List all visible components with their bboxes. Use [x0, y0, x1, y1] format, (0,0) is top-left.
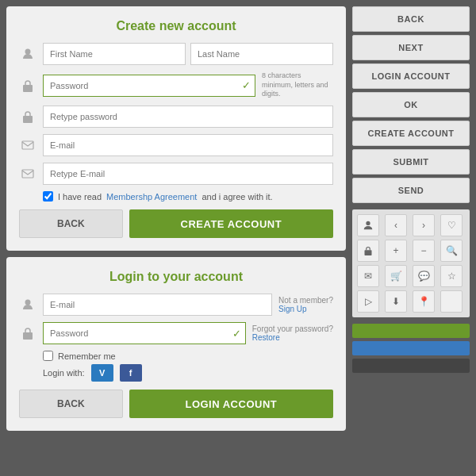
icon-chevron-right[interactable]: ›	[413, 214, 435, 236]
forgot-section: Forgot your password? Restore	[252, 324, 333, 342]
agreement-suffix: and i agree with it.	[202, 192, 272, 202]
password-input[interactable]	[43, 75, 255, 97]
icon-email[interactable]: ✉	[357, 265, 379, 287]
sidebar-login-button[interactable]: LOGIN ACCOUNT	[352, 63, 470, 89]
login-buttons: BACK LOGIN ACCOUNT	[19, 390, 333, 418]
sidebar-create-button[interactable]: CREATE ACCOUNT	[352, 121, 470, 146]
create-back-button[interactable]: BACK	[19, 209, 123, 238]
agreement-link[interactable]: Membershp Agreement	[106, 192, 197, 202]
left-panel: Create new account	[6, 6, 346, 470]
create-account-buttons: BACK CREATE ACCOUNT	[19, 209, 333, 238]
password-hint: 8 characters minimum, letters and digits…	[262, 71, 333, 99]
dark-bar	[352, 359, 470, 373]
color-bars	[352, 324, 470, 373]
login-email-row: Not a member? Sign Up	[19, 294, 333, 316]
svg-rect-1	[23, 85, 33, 92]
icon-star[interactable]: ☆	[440, 265, 463, 287]
login-email-input[interactable]	[43, 294, 272, 316]
remember-checkbox[interactable]	[43, 351, 53, 361]
agreement-prefix: I have read	[58, 192, 102, 202]
login-with-row: Login with: V f	[43, 364, 333, 382]
retype-password-row	[19, 106, 333, 128]
icon-grid: ‹ › ♡ + − 🔍 ✉ 🛒 💬 ☆ ▷ ⬇ 📍	[352, 209, 470, 317]
svg-point-7	[366, 221, 370, 225]
login-valid-icon: ✓	[232, 328, 241, 340]
icon-pin[interactable]: 📍	[413, 290, 435, 313]
icon-download[interactable]: ⬇	[385, 290, 407, 313]
login-password-row: ✓ Forgot your password? Restore	[19, 322, 333, 344]
icon-user[interactable]	[357, 214, 379, 236]
svg-rect-2	[23, 116, 33, 123]
icon-empty	[440, 290, 463, 313]
login-submit-button[interactable]: LOGIN ACCOUNT	[129, 390, 333, 418]
lock-icon	[19, 77, 36, 94]
sidebar-send-button[interactable]: SEND	[352, 178, 470, 203]
create-account-card: Create new account	[6, 6, 346, 251]
password-input-group: ✓	[43, 75, 255, 97]
login-password-group: ✓	[43, 322, 246, 344]
green-bar	[352, 324, 470, 338]
remember-row: Remember me	[43, 351, 333, 361]
name-inputs	[43, 43, 333, 65]
password-row: ✓ 8 characters minimum, letters and digi…	[19, 71, 333, 99]
create-account-title: Create new account	[19, 19, 333, 33]
blue-bar	[352, 341, 470, 355]
icon-chevron-left[interactable]: ‹	[385, 214, 407, 236]
login-account-card: Login to your account Not a member? Sign…	[6, 257, 346, 431]
email-input[interactable]	[43, 134, 333, 156]
login-title: Login to your account	[19, 270, 333, 284]
not-member-text: Not a member? Sign Up	[278, 296, 333, 313]
login-user-icon	[19, 296, 36, 313]
icon-lock[interactable]	[357, 240, 379, 262]
icon-heart[interactable]: ♡	[440, 214, 463, 236]
social-v-button[interactable]: V	[91, 364, 113, 382]
name-row	[19, 43, 333, 65]
svg-point-0	[25, 49, 31, 55]
icon-chat[interactable]: 💬	[413, 265, 435, 287]
icon-plus[interactable]: +	[385, 240, 407, 262]
lock2-icon	[19, 108, 36, 125]
email2-icon	[19, 165, 36, 182]
email-icon	[19, 136, 36, 154]
last-name-input[interactable]	[190, 43, 333, 65]
social-f-button[interactable]: f	[120, 364, 142, 382]
retype-password-input[interactable]	[43, 106, 333, 128]
agreement-checkbox[interactable]	[43, 191, 53, 202]
user-icon	[19, 45, 36, 63]
svg-rect-8	[365, 250, 372, 255]
sidebar-submit-button[interactable]: SUBMIT	[352, 149, 470, 175]
agreement-row: I have read Membershp Agreement and i ag…	[43, 191, 333, 202]
sign-up-link[interactable]: Sign Up	[278, 305, 307, 313]
sidebar-back-button[interactable]: BACK	[352, 6, 470, 32]
sidebar-ok-button[interactable]: OK	[352, 92, 470, 117]
svg-rect-3	[22, 141, 33, 149]
svg-rect-6	[23, 332, 33, 340]
icon-search[interactable]: 🔍	[440, 240, 463, 262]
icon-cart[interactable]: 🛒	[385, 265, 407, 287]
remember-label: Remember me	[58, 351, 116, 361]
svg-point-5	[25, 300, 31, 305]
icon-minus[interactable]: −	[413, 240, 435, 262]
not-member-section: Not a member? Sign Up	[278, 296, 333, 313]
svg-rect-4	[22, 170, 33, 178]
forgot-text: Forgot your password? Restore	[252, 324, 333, 342]
sidebar-next-button[interactable]: NEXT	[352, 35, 470, 60]
retype-email-row	[19, 163, 333, 185]
login-with-label: Login with:	[43, 368, 85, 378]
login-lock-icon	[19, 324, 36, 342]
retype-email-input[interactable]	[43, 163, 333, 185]
right-panel: BACK NEXT LOGIN ACCOUNT OK CREATE ACCOUN…	[352, 6, 470, 470]
email-row	[19, 134, 333, 156]
first-name-input[interactable]	[43, 43, 186, 65]
create-submit-button[interactable]: CREATE ACCOUNT	[129, 209, 333, 238]
valid-check-icon: ✓	[242, 79, 251, 91]
restore-link[interactable]: Restore	[252, 333, 280, 342]
login-password-input[interactable]	[43, 322, 246, 344]
login-back-button[interactable]: BACK	[19, 390, 123, 418]
icon-play[interactable]: ▷	[357, 290, 379, 313]
